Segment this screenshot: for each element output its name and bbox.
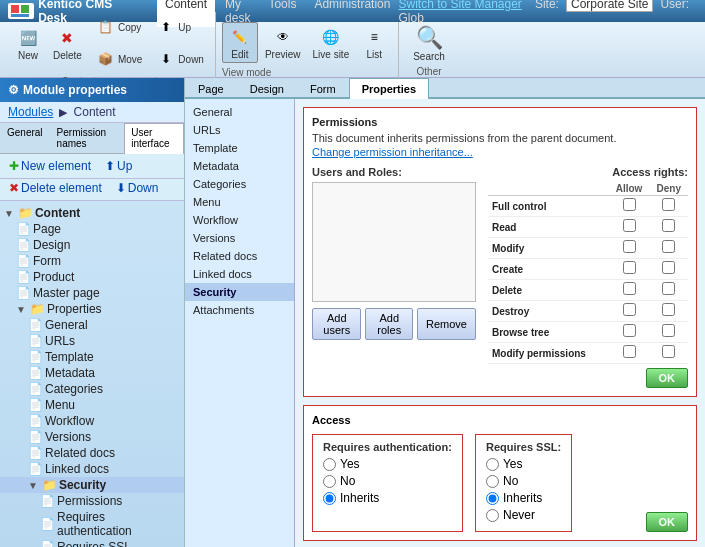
- tree-item[interactable]: ▼📁 Security: [0, 477, 184, 493]
- left-nav-linked-docs[interactable]: Linked docs: [185, 265, 294, 283]
- tree-item[interactable]: ▼📁 Content: [0, 205, 184, 221]
- ssl-yes-radio[interactable]: [486, 458, 499, 471]
- allow-cell[interactable]: [609, 196, 650, 217]
- left-nav-metadata[interactable]: Metadata: [185, 157, 294, 175]
- delete-element-icon: ✖: [9, 181, 19, 195]
- page-icon: 📄: [28, 318, 43, 332]
- down-button[interactable]: ⬇ Down: [149, 44, 209, 74]
- site-value[interactable]: Corporate Site: [566, 0, 653, 12]
- deny-cell[interactable]: [650, 238, 688, 259]
- users-roles-list[interactable]: [312, 182, 476, 302]
- breadcrumb-modules[interactable]: Modules: [8, 105, 53, 119]
- tree-item[interactable]: 📄 Form: [0, 253, 184, 269]
- tree-item[interactable]: 📄 Linked docs: [0, 461, 184, 477]
- remove-button[interactable]: Remove: [417, 308, 476, 340]
- tree-item[interactable]: 📄 Page: [0, 221, 184, 237]
- tab-properties[interactable]: Properties: [349, 78, 429, 99]
- change-inheritance-link[interactable]: Change permission inheritance...: [312, 146, 688, 158]
- folder-icon: 📁: [30, 302, 45, 316]
- access-ok-button[interactable]: OK: [646, 512, 689, 532]
- tree-item[interactable]: 📄 Master page: [0, 285, 184, 301]
- access-rights-section: Access rights: Allow Deny: [488, 166, 688, 388]
- delete-button[interactable]: ✖ Delete: [48, 23, 87, 64]
- tab-form[interactable]: Form: [297, 78, 349, 99]
- tab-general[interactable]: General: [0, 123, 50, 153]
- deny-cell[interactable]: [650, 301, 688, 322]
- tree-item[interactable]: 📄 Design: [0, 237, 184, 253]
- permissions-ok-button[interactable]: OK: [646, 368, 689, 388]
- sidebar-up-button[interactable]: ⬆ Up: [100, 157, 137, 175]
- edit-button[interactable]: ✏️ Edit: [222, 22, 258, 63]
- table-row: Create: [488, 259, 688, 280]
- left-nav-versions[interactable]: Versions: [185, 229, 294, 247]
- tree-item[interactable]: 📄 Template: [0, 349, 184, 365]
- auth-yes-radio[interactable]: [323, 458, 336, 471]
- allow-cell[interactable]: [609, 280, 650, 301]
- sidebar-down-button[interactable]: ⬇ Down: [111, 179, 164, 197]
- allow-cell[interactable]: [609, 301, 650, 322]
- allow-cell[interactable]: [609, 322, 650, 343]
- allow-cell[interactable]: [609, 343, 650, 364]
- allow-cell[interactable]: [609, 259, 650, 280]
- new-label: New: [18, 50, 38, 61]
- tree-item[interactable]: 📄 URLs: [0, 333, 184, 349]
- deny-cell[interactable]: [650, 343, 688, 364]
- list-button[interactable]: ≡ List: [356, 22, 392, 63]
- ssl-inherits-radio[interactable]: [486, 492, 499, 505]
- tree-item[interactable]: ▼📁 Properties: [0, 301, 184, 317]
- deny-cell[interactable]: [650, 196, 688, 217]
- tree-item[interactable]: 📄 Metadata: [0, 365, 184, 381]
- tab-design[interactable]: Design: [237, 78, 297, 99]
- expand-icon[interactable]: ▼: [4, 208, 14, 219]
- auth-no-radio[interactable]: [323, 475, 336, 488]
- deny-cell[interactable]: [650, 217, 688, 238]
- preview-button[interactable]: 👁 Preview: [260, 22, 306, 63]
- switch-link[interactable]: Switch to Site Manager: [398, 0, 521, 11]
- tree-item-label: Security: [59, 478, 106, 492]
- ssl-no-radio[interactable]: [486, 475, 499, 488]
- left-nav-security[interactable]: Security: [185, 283, 294, 301]
- left-nav-workflow[interactable]: Workflow: [185, 211, 294, 229]
- expand-icon[interactable]: ▼: [28, 480, 38, 491]
- tree-item[interactable]: 📄 Requires SSL: [0, 539, 184, 547]
- new-button[interactable]: 🆕 New: [10, 23, 46, 64]
- tab-permission-names[interactable]: Permission names: [50, 123, 125, 153]
- tree-item[interactable]: 📄 Menu: [0, 397, 184, 413]
- left-nav-general[interactable]: General: [185, 103, 294, 121]
- tree-item[interactable]: 📄 General: [0, 317, 184, 333]
- tree-item[interactable]: 📄 Permissions: [0, 493, 184, 509]
- up-button[interactable]: ⬆ Up: [149, 12, 209, 42]
- allow-cell[interactable]: [609, 217, 650, 238]
- tree-item[interactable]: 📄 Categories: [0, 381, 184, 397]
- auth-inherits-radio[interactable]: [323, 492, 336, 505]
- tree-item-label: Metadata: [45, 366, 95, 380]
- tree-item[interactable]: 📄 Product: [0, 269, 184, 285]
- new-element-button[interactable]: ✚ New element: [4, 157, 96, 175]
- add-roles-button[interactable]: Add roles: [365, 308, 413, 340]
- expand-icon[interactable]: ▼: [16, 304, 26, 315]
- left-nav-categories[interactable]: Categories: [185, 175, 294, 193]
- left-nav-template[interactable]: Template: [185, 139, 294, 157]
- left-nav-attachments[interactable]: Attachments: [185, 301, 294, 319]
- add-users-button[interactable]: Add users: [312, 308, 361, 340]
- tree-item[interactable]: 📄 Requires authentication: [0, 509, 184, 539]
- tree-item[interactable]: 📄 Related docs: [0, 445, 184, 461]
- move-button[interactable]: 📦 Move: [89, 44, 147, 74]
- ssl-never-radio[interactable]: [486, 509, 499, 522]
- tab-user-interface[interactable]: User interface: [124, 123, 184, 154]
- tree-item[interactable]: 📄 Workflow: [0, 413, 184, 429]
- tree-item[interactable]: 📄 Versions: [0, 429, 184, 445]
- left-nav-urls[interactable]: URLs: [185, 121, 294, 139]
- deny-cell[interactable]: [650, 259, 688, 280]
- tab-page[interactable]: Page: [185, 78, 237, 99]
- move-icon: 📦: [94, 47, 118, 71]
- delete-element-button[interactable]: ✖ Delete element: [4, 179, 107, 197]
- left-nav-menu[interactable]: Menu: [185, 193, 294, 211]
- search-button[interactable]: 🔍 Search: [405, 23, 453, 64]
- deny-cell[interactable]: [650, 280, 688, 301]
- livesite-button[interactable]: 🌐 Live site: [308, 22, 355, 63]
- left-nav-related-docs[interactable]: Related docs: [185, 247, 294, 265]
- allow-cell[interactable]: [609, 238, 650, 259]
- deny-cell[interactable]: [650, 322, 688, 343]
- copy-button[interactable]: 📋 Copy: [89, 12, 147, 42]
